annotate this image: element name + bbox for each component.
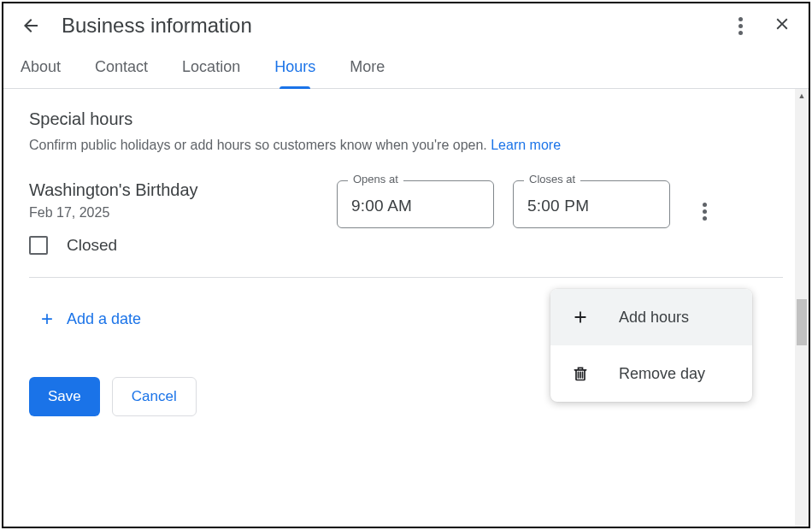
- holiday-date: Feb 17, 2025: [29, 205, 320, 221]
- learn-more-link[interactable]: Learn more: [491, 138, 561, 152]
- page-title: Business information: [62, 14, 711, 38]
- holiday-name: Washington's Birthday: [29, 180, 320, 200]
- dot-icon: [703, 203, 707, 207]
- tab-about[interactable]: About: [21, 58, 61, 88]
- save-button[interactable]: Save: [29, 377, 100, 416]
- add-date-label: Add a date: [67, 310, 141, 328]
- tab-bar: About Contact Location Hours More: [3, 44, 809, 89]
- plus-icon: +: [41, 309, 53, 329]
- dot-icon: [703, 209, 707, 214]
- opens-at-value: 9:00 AM: [351, 197, 480, 215]
- close-icon: [773, 15, 791, 33]
- menu-add-hours[interactable]: Add hours: [550, 289, 752, 345]
- arrow-left-icon: [21, 15, 41, 36]
- opens-at-input[interactable]: Opens at 9:00 AM: [337, 180, 494, 228]
- closes-at-input[interactable]: Closes at 5:00 PM: [513, 180, 670, 228]
- dot-icon: [738, 24, 743, 28]
- row-menu-button[interactable]: [696, 203, 713, 221]
- tab-location[interactable]: Location: [182, 58, 240, 88]
- tab-more[interactable]: More: [350, 58, 385, 88]
- dot-icon: [738, 17, 743, 21]
- header-menu-button[interactable]: [732, 17, 749, 35]
- section-title: Special hours: [29, 109, 783, 129]
- closed-label: Closed: [67, 236, 117, 255]
- cancel-button[interactable]: Cancel: [112, 377, 197, 416]
- menu-remove-day[interactable]: Remove day: [550, 345, 752, 402]
- back-button[interactable]: [21, 15, 41, 36]
- closes-at-value: 5:00 PM: [527, 197, 656, 215]
- scroll-up-icon: ▲: [795, 89, 809, 103]
- opens-at-label: Opens at: [348, 173, 403, 186]
- plus-icon: [571, 308, 590, 327]
- scrollbar-thumb[interactable]: [797, 299, 807, 345]
- row-menu-popup: Add hours Remove day: [550, 289, 752, 402]
- close-button[interactable]: [773, 15, 791, 37]
- section-description: Confirm public holidays or add hours so …: [29, 138, 783, 153]
- tab-hours[interactable]: Hours: [274, 58, 315, 88]
- dot-icon: [703, 216, 707, 221]
- holiday-row: Washington's Birthday Feb 17, 2025 Close…: [29, 180, 783, 278]
- scrollbar[interactable]: ▲: [795, 89, 809, 527]
- closed-checkbox[interactable]: [29, 236, 48, 255]
- trash-icon: [571, 364, 590, 383]
- tab-contact[interactable]: Contact: [95, 58, 148, 88]
- closes-at-label: Closes at: [524, 173, 580, 186]
- dot-icon: [738, 31, 743, 35]
